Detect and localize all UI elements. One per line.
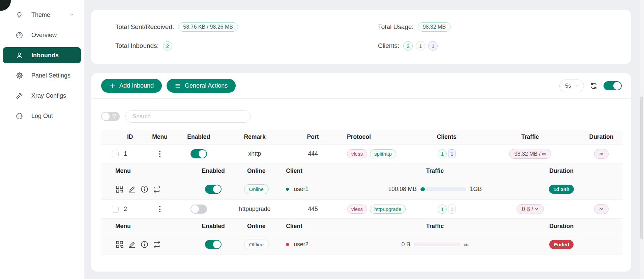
repeat-icon: [153, 185, 161, 193]
client-header-online: Online: [237, 167, 276, 175]
add-inbound-button[interactable]: Add Inbound: [101, 79, 162, 93]
client-status-badge: Offline: [244, 240, 269, 249]
client-enabled-toggle[interactable]: [205, 240, 222, 249]
stats-card: Total Sent/Received: 58.76 KB / 98.26 MB…: [91, 10, 631, 64]
filter-toggle[interactable]: [101, 112, 120, 121]
client-info-button[interactable]: [140, 240, 149, 249]
plus-icon: [109, 83, 116, 89]
inbound-enabled-toggle[interactable]: [191, 205, 207, 214]
user-icon: [16, 52, 23, 59]
minus-icon: [114, 209, 117, 209]
pencil-icon: [128, 185, 136, 193]
scrollbar-thumb[interactable]: [640, 96, 643, 239]
client-row: Online user1 100.08 MB 1GB 1d 24h: [101, 179, 623, 200]
sidebar-item-label: Xray Configs: [31, 92, 66, 99]
client-traffic: 0 B ∞: [401, 241, 468, 249]
header-enabled: Enabled: [174, 133, 223, 141]
sidebar-item-inbounds[interactable]: Inbounds: [3, 47, 81, 63]
client-header-duration: Duration: [500, 223, 623, 230]
header-menu: Menu: [145, 133, 174, 141]
protocol-tag: vless: [347, 149, 367, 158]
refresh-icon: [590, 82, 598, 90]
row-menu-button[interactable]: [156, 205, 163, 214]
menu-lines-icon: [175, 83, 181, 89]
minus-icon: [114, 154, 117, 154]
traffic-total: ∞: [464, 241, 469, 249]
sidebar-item-label: Log Out: [31, 113, 53, 120]
refresh-interval-select[interactable]: 5s: [559, 80, 584, 92]
client-header-traffic: Traffic: [370, 223, 500, 230]
sidebar-item-label: Overview: [31, 32, 57, 39]
qrcode-icon: [115, 240, 124, 249]
sidebar-item-xray-configs[interactable]: Xray Configs: [3, 88, 81, 104]
clients-deactivated-badge: 1: [416, 41, 425, 51]
client-name: user1: [294, 186, 309, 193]
info-icon: [140, 185, 149, 193]
inbounds-table: ID Menu Enabled Remark Port Protocol Cli…: [101, 130, 623, 255]
inbound-remark: xhttp: [223, 150, 286, 157]
client-row: Offline user2 0 B ∞ Ended: [101, 234, 623, 255]
client-duration-badge: Ended: [549, 240, 574, 249]
client-header-online: Online: [237, 223, 276, 230]
inbound-enabled-toggle[interactable]: [191, 149, 207, 158]
header-protocol: Protocol: [340, 133, 413, 141]
auto-refresh-toggle[interactable]: [604, 81, 622, 90]
client-header-client: Client: [276, 167, 370, 175]
qrcode-icon: [115, 185, 124, 193]
sidebar-item-overview[interactable]: Overview: [3, 27, 81, 43]
client-header-enabled: Enabled: [190, 167, 237, 175]
reset-traffic-button[interactable]: [153, 185, 161, 193]
page-scrollbar[interactable]: [640, 0, 644, 279]
client-count-badge: 1: [438, 205, 447, 214]
protocol-tag: vless: [347, 205, 367, 214]
inbound-id: 1: [124, 150, 127, 157]
client-name: user2: [294, 241, 309, 248]
general-actions-button[interactable]: General Actions: [167, 79, 236, 93]
client-header-duration: Duration: [500, 167, 623, 175]
transport-tag: splithttp: [370, 149, 396, 158]
clients-online-badge: 2: [403, 41, 413, 51]
stats-left-column: Total Sent/Received: 58.76 KB / 98.26 MB…: [115, 20, 378, 64]
client-info-button[interactable]: [140, 185, 149, 193]
total-sent-received-label: Total Sent/Received:: [115, 23, 174, 31]
edit-client-button[interactable]: [128, 240, 136, 249]
traffic-progress-bar: [414, 243, 460, 246]
gauge-icon: [16, 31, 23, 39]
inbound-traffic-pill: 0 B / ∞: [517, 204, 544, 214]
qrcode-button[interactable]: [115, 185, 124, 193]
traffic-total: 1GB: [470, 186, 482, 193]
total-usage-label: Total Usage:: [378, 23, 414, 31]
row-menu-button[interactable]: [156, 149, 163, 158]
total-usage-value: 98.32 MB: [418, 22, 451, 32]
header-clients: Clients: [413, 133, 480, 141]
edit-client-button[interactable]: [128, 185, 136, 193]
inbound-id: 2: [124, 206, 127, 213]
refresh-button[interactable]: [590, 82, 598, 90]
sidebar-item-log-out[interactable]: Log Out: [3, 108, 81, 124]
collapse-row-button[interactable]: [112, 151, 119, 157]
reset-traffic-button[interactable]: [153, 240, 161, 249]
sidebar-item-theme[interactable]: Theme: [3, 7, 81, 23]
collapse-row-button[interactable]: [112, 206, 119, 213]
traffic-used: 100.08 MB: [388, 186, 417, 193]
client-traffic: 100.08 MB 1GB: [388, 186, 482, 193]
client-count-badge: 1: [448, 205, 456, 214]
inbound-traffic-pill: 98.32 MB / ∞: [509, 149, 551, 159]
total-sent-received-value: 58.76 KB / 98.26 MB: [178, 22, 238, 32]
main-content: Total Sent/Received: 58.76 KB / 98.26 MB…: [84, 0, 644, 279]
client-enabled-toggle[interactable]: [205, 185, 222, 194]
client-header-menu: Menu: [101, 223, 190, 230]
search-input[interactable]: [125, 110, 251, 123]
qrcode-button[interactable]: [115, 240, 124, 249]
client-duration-badge: 1d 24h: [549, 185, 574, 194]
total-inbounds-value: 2: [163, 41, 172, 51]
sidebar-item-panel-settings[interactable]: Panel Settings: [3, 67, 81, 84]
client-status-dot: [286, 188, 289, 191]
client-status-badge: Online: [244, 184, 269, 194]
header-remark: Remark: [223, 133, 286, 141]
transport-tag: httpupgrade: [370, 205, 406, 214]
inbound-remark: httpupgrade: [223, 206, 286, 213]
traffic-progress-bar: [420, 187, 466, 191]
inbounds-card: Add Inbound General Actions 5s: [91, 73, 631, 272]
client-count-badge: 1: [448, 149, 456, 158]
